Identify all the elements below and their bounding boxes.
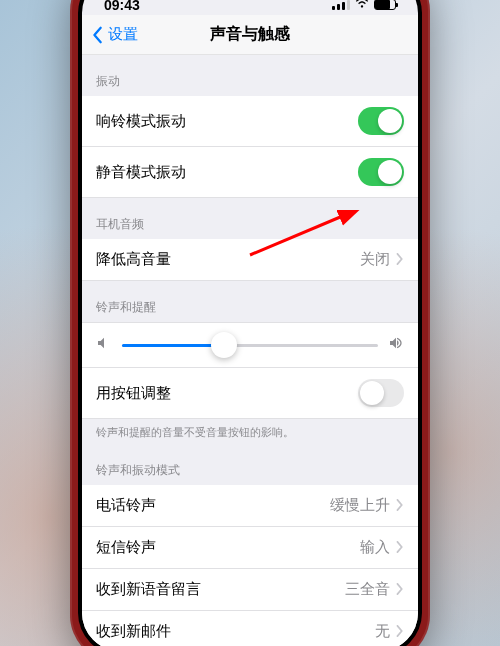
- nav-bar: 设置 声音与触感: [82, 15, 418, 55]
- toggle-ring-vibrate[interactable]: [358, 107, 404, 135]
- row-ringtone[interactable]: 电话铃声 缓慢上升: [82, 485, 418, 527]
- row-value: 关闭: [360, 250, 390, 269]
- signal-icon: [332, 0, 350, 10]
- row-text-tone[interactable]: 短信铃声 输入: [82, 527, 418, 569]
- row-label: 用按钮调整: [96, 384, 171, 403]
- row-reduce-loud[interactable]: 降低高音量 关闭: [82, 239, 418, 281]
- row-value: 三全音: [345, 580, 390, 599]
- battery-icon: [374, 0, 396, 10]
- row-voicemail[interactable]: 收到新语音留言 三全音: [82, 569, 418, 611]
- toggle-button-adjust[interactable]: [358, 379, 404, 407]
- chevron-right-icon: [396, 251, 404, 268]
- row-label: 短信铃声: [96, 538, 156, 557]
- row-label: 收到新语音留言: [96, 580, 201, 599]
- row-label: 响铃模式振动: [96, 112, 186, 131]
- section-header-ringer: 铃声和提醒: [82, 281, 418, 322]
- section-header-vibration: 振动: [82, 55, 418, 96]
- row-label: 静音模式振动: [96, 163, 186, 182]
- chevron-left-icon: [92, 26, 104, 44]
- speaker-low-icon: [96, 335, 112, 355]
- row-silent-vibrate[interactable]: 静音模式振动: [82, 147, 418, 198]
- chevron-right-icon: [396, 497, 404, 514]
- row-button-adjust[interactable]: 用按钮调整: [82, 368, 418, 419]
- row-mail[interactable]: 收到新邮件 无: [82, 611, 418, 646]
- row-label: 降低高音量: [96, 250, 171, 269]
- section-footer-ringer: 铃声和提醒的音量不受音量按钮的影响。: [82, 419, 418, 444]
- settings-content[interactable]: 振动 响铃模式振动 静音模式振动 耳机音频 降低高音量 关闭: [82, 55, 418, 646]
- section-header-headphone: 耳机音频: [82, 198, 418, 239]
- section-header-patterns: 铃声和振动模式: [82, 444, 418, 485]
- chevron-right-icon: [396, 581, 404, 598]
- back-button[interactable]: 设置: [92, 25, 138, 44]
- back-label: 设置: [108, 25, 138, 44]
- row-value: 无: [375, 622, 390, 641]
- volume-slider-row: [82, 322, 418, 368]
- speaker-high-icon: [388, 335, 404, 355]
- page-title: 声音与触感: [210, 24, 290, 45]
- row-label: 电话铃声: [96, 496, 156, 515]
- chevron-right-icon: [396, 623, 404, 640]
- volume-slider[interactable]: [122, 344, 378, 347]
- slider-thumb[interactable]: [211, 332, 237, 358]
- chevron-right-icon: [396, 539, 404, 556]
- status-bar: 09:43: [82, 0, 418, 15]
- row-value: 缓慢上升: [330, 496, 390, 515]
- status-time: 09:43: [104, 0, 140, 13]
- row-ring-vibrate[interactable]: 响铃模式振动: [82, 96, 418, 147]
- toggle-silent-vibrate[interactable]: [358, 158, 404, 186]
- wifi-icon: [355, 0, 369, 13]
- phone-frame: 09:43 设置 声音与触感 振动 响铃模式振动: [70, 0, 430, 646]
- row-label: 收到新邮件: [96, 622, 171, 641]
- row-value: 输入: [360, 538, 390, 557]
